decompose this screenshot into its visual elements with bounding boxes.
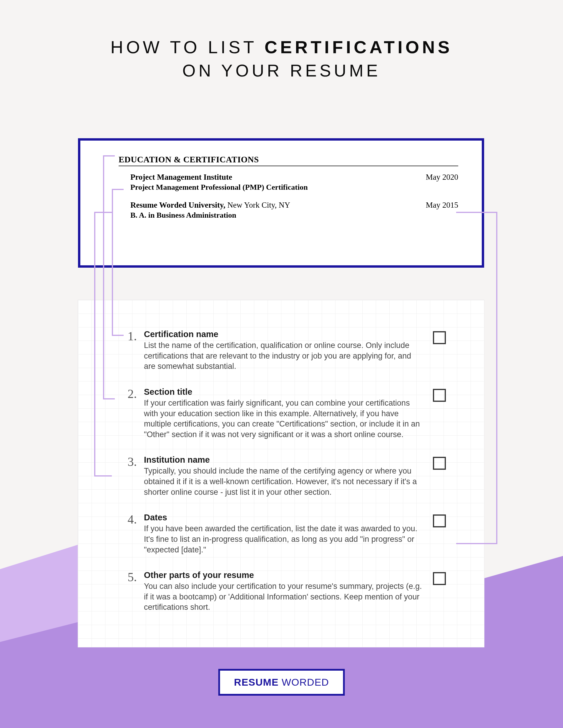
title-line1-pre: HOW TO LIST — [110, 37, 264, 57]
checklist-title-2: Section title — [144, 387, 424, 397]
connector-institution — [94, 212, 112, 477]
connector-cert-name — [112, 189, 124, 336]
checklist-num-4: 4. — [116, 513, 137, 526]
resume-entry1-title: Project Management Institute — [130, 173, 232, 182]
checklist-desc-5: You can also include your certification … — [144, 581, 424, 613]
checklist-title-5: Other parts of your resume — [144, 570, 424, 580]
checklist-title-1: Certification name — [144, 329, 424, 339]
checklist-title-4: Dates — [144, 513, 424, 522]
checklist-desc-3: Typically, you should include the name o… — [144, 466, 424, 497]
resume-entry2-title: Resume Worded University, — [130, 201, 225, 209]
checklist-item-4: 4. Dates If you have been awarded the ce… — [116, 513, 446, 555]
checklist-num-2: 2. — [116, 387, 137, 400]
checkbox-1[interactable] — [433, 331, 446, 344]
resume-entry2-date: May 2015 — [426, 201, 458, 210]
resume-entry2-subtitle: B. A. in Business Administration — [119, 211, 458, 220]
resume-entry2-location: New York City, NY — [225, 201, 290, 209]
brand-badge: RESUME WORDED — [218, 669, 345, 696]
resume-entry1-date: May 2020 — [426, 173, 458, 182]
checklist-item-5: 5. Other parts of your resume You can al… — [116, 570, 446, 613]
checklist-title-3: Institution name — [144, 455, 424, 465]
title-line2: ON YOUR RESUME — [0, 59, 563, 82]
brand-light: WORDED — [279, 677, 329, 688]
checklist-item-3: 3. Institution name Typically, you shoul… — [116, 455, 446, 497]
checklist-num-3: 3. — [116, 455, 137, 468]
resume-entry1-subtitle: Project Management Professional (PMP) Ce… — [119, 183, 458, 192]
connector-dates — [456, 212, 497, 544]
resume-entry-1: Project Management Institute May 2020 — [119, 173, 458, 182]
title-line1-strong: CERTIFICATIONS — [264, 37, 453, 57]
checklist-desc-4: If you have been awarded the certificati… — [144, 524, 424, 555]
checklist-item-1: 1. Certification name List the name of t… — [116, 329, 446, 372]
checklist-item-2: 2. Section title If your certification w… — [116, 387, 446, 440]
resume-example-box: EDUCATION & CERTIFICATIONS Project Manag… — [78, 138, 484, 268]
checklist-card: 1. Certification name List the name of t… — [78, 300, 484, 647]
brand-strong: RESUME — [234, 677, 278, 688]
checklist-desc-2: If your certification was fairly signifi… — [144, 398, 424, 440]
checklist-desc-1: List the name of the certification, qual… — [144, 340, 424, 372]
resume-entry-2: Resume Worded University, New York City,… — [119, 201, 458, 210]
checkbox-5[interactable] — [433, 572, 446, 585]
checklist-num-5: 5. — [116, 570, 137, 583]
checkbox-4[interactable] — [433, 514, 446, 527]
resume-section-heading: EDUCATION & CERTIFICATIONS — [119, 155, 458, 166]
checkbox-2[interactable] — [433, 389, 446, 402]
checkbox-3[interactable] — [433, 457, 446, 470]
page-title: HOW TO LIST CERTIFICATIONS ON YOUR RESUM… — [0, 0, 563, 82]
